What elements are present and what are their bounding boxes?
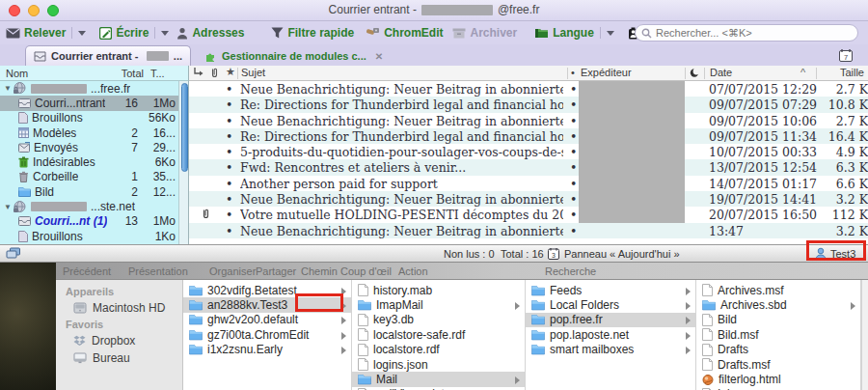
folder-name: Courri...nt (1) — [35, 214, 107, 228]
finder-item[interactable]: pop.laposte.net — [526, 327, 695, 342]
message-row[interactable]: •Fwd: Rencontres et ateliers à venir...•… — [189, 159, 868, 175]
finder-item[interactable]: Drafts — [696, 343, 860, 357]
search-field[interactable] — [635, 24, 858, 42]
finder-item[interactable]: Bild — [696, 313, 860, 327]
message-row[interactable]: •Re: Directions for Thunderbird legal an… — [189, 97, 868, 112]
chevron-down-icon[interactable] — [607, 31, 614, 36]
folder-tree-row[interactable]: Brouillons1Ko — [0, 229, 178, 243]
message-row[interactable]: •5-produits-du-quotidien-pour-soulager-v… — [189, 144, 868, 159]
message-row[interactable]: •Votre mutuelle HOLDING-PESENTI décompte… — [189, 207, 868, 222]
folder-header-name[interactable]: Nom — [6, 68, 28, 79]
thunderbird-window: Courrier entrant - @free.fr ReleverÉcrir… — [0, 0, 868, 263]
finder-toolbar-item-action[interactable]: Action — [398, 265, 428, 277]
toolbar-button-relever[interactable]: Relever — [6, 26, 86, 40]
search-input[interactable] — [656, 27, 839, 39]
tab-addons-manager[interactable]: Gestionnaire de modules c... ✕ — [199, 46, 389, 66]
finder-item[interactable]: gz7i00ta.ChromEdit — [183, 327, 351, 342]
message-row[interactable]: •Re: Directions for Thunderbird legal an… — [189, 128, 868, 144]
finder-item[interactable]: Drafts.msf — [696, 357, 860, 372]
toolbar-button-langue[interactable]: Langue — [534, 26, 614, 40]
sidebar-item-bureau[interactable]: Bureau — [56, 349, 182, 367]
finder-item[interactable]: Bild.msf — [696, 327, 860, 342]
finder-item[interactable]: ghw2v2o0.default — [183, 313, 351, 327]
get-mail-icon — [6, 28, 20, 39]
folder-header-total[interactable]: Total — [122, 68, 144, 79]
folder-tree-row[interactable]: Envoyés729... — [0, 140, 178, 154]
star-column-icon[interactable]: ★ — [226, 66, 235, 78]
sidebar-item-macintosh-hd[interactable]: Macintosh HD — [56, 299, 182, 317]
message-row[interactable]: •Neue Benachrichtigung: Neuer Beitrag in… — [189, 81, 868, 97]
chevron-down-icon[interactable] — [78, 31, 86, 36]
twisty-icon[interactable]: ▼ — [3, 84, 13, 93]
scrollbar-thumb[interactable] — [181, 83, 188, 172]
toolbar-button-archiver[interactable]: Archiver — [452, 26, 517, 40]
tab-inbox[interactable]: Courrier entrant - ... — [25, 45, 191, 66]
finder-toolbar-item-recherche[interactable]: Recherche — [545, 265, 596, 277]
folder-pane-scrollbar[interactable] — [178, 81, 189, 244]
message-row[interactable]: •Neue Benachrichtigung: Neuer Beitrag in… — [189, 113, 868, 128]
finder-item[interactable]: Archives.sbd — [696, 297, 860, 312]
finder-toolbar-item-chemin[interactable]: Chemin — [301, 265, 338, 277]
folder-tree-row[interactable]: Courri...ntrant161Mo — [0, 96, 178, 110]
toolbar-button-label: Langue — [553, 26, 594, 40]
message-date: 14/07/2015 01:17 — [709, 177, 817, 191]
calendar-tab-button[interactable]: 7 — [835, 46, 856, 64]
finder-item[interactable]: localstore.rdf — [352, 343, 525, 357]
finder-item[interactable]: localstore-safe.rdf — [352, 327, 525, 342]
message-row[interactable]: •Neue Benachrichtigung: Neuer Beitrag in… — [189, 191, 868, 207]
folder-tree-row[interactable]: Courri...nt (1)131Mo — [0, 214, 178, 229]
sender-column-header[interactable]: Expéditeur — [581, 67, 632, 78]
message-row[interactable]: •Neue Benachrichtigung: Neuer Beitrag in… — [189, 223, 868, 238]
finder-item[interactable]: key3.db — [352, 313, 525, 327]
finder-item[interactable]: Local Folders — [526, 297, 695, 312]
twisty-icon[interactable]: ▼ — [3, 203, 13, 211]
folder-tree-account-row[interactable]: ▼...free.fr — [0, 81, 178, 96]
message-row[interactable]: •Another person paid for support•14/07/2… — [189, 176, 868, 191]
folder-tree-row[interactable]: Modèles216... — [0, 125, 178, 140]
toolbar-button-chromedit[interactable]: ChromEdit — [366, 26, 443, 40]
chevron-down-icon[interactable] — [161, 31, 169, 36]
finder-item[interactable]: ImapMail — [352, 297, 525, 312]
finder-item[interactable]: Archives.msf — [696, 283, 860, 297]
folder-name: Indésirables — [33, 155, 95, 169]
sidebar-item-dropbox[interactable]: Dropbox — [56, 332, 182, 349]
today-pane-button[interactable]: 3 Panneau « Aujourd'hui » — [547, 247, 680, 261]
folder-name: Corbeille — [33, 170, 78, 183]
folder-header-size[interactable]: T... — [150, 68, 165, 79]
finder-item[interactable]: Mail — [352, 372, 525, 386]
finder-item[interactable]: filterlog.html — [696, 372, 860, 386]
finder-toolbar-item-coup-d-il[interactable]: Coup d'œil — [340, 265, 392, 277]
finder-item[interactable]: smart mailboxes — [526, 343, 695, 357]
date-column-header[interactable]: Date — [710, 67, 732, 78]
finder-toolbar-item-pr-c-dent[interactable]: Précédent — [63, 265, 111, 277]
subject-column-header[interactable]: Sujet — [241, 67, 265, 78]
toolbar-button--crire[interactable]: Écrire — [99, 26, 169, 40]
message-list: •Neue Benachrichtigung: Neuer Beitrag in… — [189, 81, 868, 244]
folder-tree-row[interactable]: Brouillons56Ko — [0, 111, 178, 125]
toolbar-button-adresses[interactable]: Adresses — [176, 26, 244, 40]
folder-tree-row[interactable]: Bild212... — [0, 184, 178, 199]
finder-scrollbar[interactable] — [861, 280, 868, 390]
finder-folder-icon — [531, 299, 545, 311]
online-status-icon[interactable] — [6, 247, 21, 260]
tab-inbox-label-suffix: ... — [174, 50, 182, 62]
finder-toolbar-item-pr-sentation[interactable]: Présentation — [128, 265, 188, 277]
tab-close-icon[interactable]: ✕ — [375, 51, 383, 62]
attachment-column-icon[interactable] — [210, 67, 219, 78]
folder-tree-account-row[interactable]: ▼...ste.net — [0, 199, 178, 213]
toolbar-button-filtre-rapide[interactable]: Filtre rapide — [271, 26, 354, 40]
finder-item[interactable]: i1x2zsnu.Early — [183, 343, 351, 357]
finder-item[interactable]: logins.json — [352, 357, 525, 372]
finder-item[interactable]: pop.free.fr — [526, 313, 695, 327]
finder-item[interactable]: history.mab — [352, 283, 525, 297]
read-status-dot: • — [570, 160, 577, 175]
finder-item[interactable]: Feeds — [526, 283, 695, 297]
folder-tree-row[interactable]: Corbeille135... — [0, 170, 178, 184]
finder-toolbar-item-partager[interactable]: Partager — [256, 265, 296, 277]
thread-column-icon[interactable] — [193, 67, 203, 77]
size-column-header[interactable]: Taille — [840, 67, 864, 78]
junk-column-icon[interactable] — [690, 68, 699, 78]
folder-tree-row[interactable]: Indésirables6Ko — [0, 154, 178, 169]
finder-toolbar-item-organiser[interactable]: Organiser — [209, 265, 256, 277]
read-column-header[interactable]: • — [571, 67, 575, 78]
